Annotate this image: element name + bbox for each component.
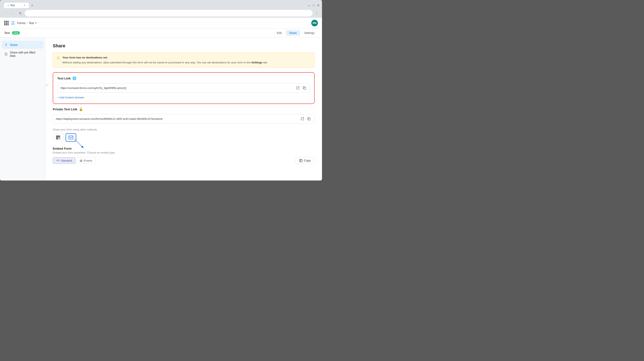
sidebar-item-prefilled-label: Share with pre-filled data — [10, 51, 41, 57]
embed-iframe-label: IFrame — [84, 159, 92, 162]
address-bar-row: ← → ↻ ⋮ — [0, 9, 322, 18]
live-badge: Live — [12, 31, 20, 34]
embed-tab-iframe[interactable]: ▤ IFrame — [76, 157, 96, 164]
browser-window: ≡ Test ✕ + — □ ✕ ← → ↻ ⋮ — [0, 0, 322, 180]
private-link-label: Private Test Link — [53, 107, 77, 111]
maximize-button[interactable]: □ — [313, 4, 314, 7]
apps-icon[interactable] — [4, 21, 9, 25]
embed-title: Embed Form — [53, 147, 314, 150]
tab-bar: ≡ Test ✕ + — [4, 3, 306, 8]
main-layout: ⇧ Share ☷ Share with pre-filled data Sha… — [0, 37, 322, 180]
form-title-area: Test Live — [4, 31, 20, 34]
svg-rect-4 — [57, 136, 58, 137]
browser-menu-button[interactable]: ⋮ — [314, 10, 320, 16]
minimize-button[interactable]: — — [308, 4, 310, 7]
page-content: Share ⚠ Your form has no destinations se… — [45, 37, 322, 180]
tab-settings[interactable]: Settings — [301, 30, 318, 36]
address-bar[interactable] — [25, 10, 312, 16]
test-link-label: Test Link — [57, 76, 71, 80]
breadcrumb: Forms / Test ▼ — [17, 21, 37, 25]
svg-rect-1 — [304, 87, 306, 89]
form-title: Test — [4, 31, 10, 34]
reload-button[interactable]: ↻ — [17, 10, 23, 16]
svg-rect-15 — [69, 136, 73, 139]
private-link-url: https://deployment.unmand.com/forms/6f08… — [56, 117, 298, 120]
chevron-down-icon: ▼ — [34, 22, 37, 24]
lock-icon: 🔒 — [79, 107, 83, 111]
sidebar-item-share[interactable]: ⇧ Share — [2, 41, 44, 49]
browser-tab[interactable]: ≡ Test ✕ — [4, 3, 29, 8]
warning-box: ⚠ Your form has no destinations set With… — [53, 52, 314, 68]
test-link-copy-button[interactable] — [302, 85, 307, 90]
svg-rect-6 — [59, 136, 60, 137]
breadcrumb-separator: / — [27, 21, 28, 25]
embed-tabs-row: </> Standard ▤ IFrame — [53, 157, 314, 164]
breadcrumb-forms[interactable]: Forms — [17, 21, 26, 25]
globe-icon: 🌐 — [72, 76, 76, 80]
svg-rect-17 — [300, 160, 302, 162]
close-button[interactable]: ✕ — [317, 4, 320, 7]
warning-title: Your form has no destinations set — [62, 55, 268, 60]
test-link-open-button[interactable] — [296, 85, 300, 90]
private-link-copy-button[interactable] — [306, 116, 312, 121]
warning-body: Without setting any destinations, data s… — [62, 61, 251, 64]
svg-rect-2 — [308, 118, 310, 120]
tab-share[interactable]: Share — [286, 30, 300, 36]
add-custom-domain-text: + Add Custom Domain — [57, 96, 84, 99]
sidebar: ⇧ Share ☷ Share with pre-filled data — [0, 37, 45, 180]
browser-chrome: ≡ Test ✕ + — □ ✕ — [0, 0, 322, 9]
test-link-url-row: https://unmand-forms.com/xylmTa_3gdzR8l5… — [57, 83, 310, 93]
table-icon: ☷ — [4, 52, 8, 56]
private-link-url-row: https://deployment.unmand.com/forms/6f08… — [53, 114, 314, 123]
warning-icon: ⚠ — [57, 55, 60, 60]
tab-title: Test — [10, 4, 15, 7]
embed-description: Embed your form anywhere. Choose an embe… — [53, 151, 314, 154]
sub-header: Test Live Edit Share Settings — [0, 28, 322, 37]
breadcrumb-test-dropdown[interactable]: Test ▼ — [29, 21, 37, 25]
other-methods-label: Share your form using other methods — [53, 128, 314, 131]
page-title: Share — [53, 43, 314, 48]
private-link-section: Private Test Link 🔒 https://deployment.u… — [53, 107, 314, 123]
copy-icon — [299, 159, 303, 162]
warning-text: Your form has no destinations set Withou… — [62, 55, 268, 65]
app-content: ☰ Forms / Test ▼ BB Test Live Edit — [0, 18, 322, 180]
private-link-open-button[interactable] — [300, 116, 305, 121]
copy-button[interactable]: Copy — [296, 157, 314, 164]
embed-tab-standard[interactable]: </> Standard — [53, 157, 76, 164]
test-link-title: Test Link 🌐 — [57, 76, 310, 80]
share-icon: ⇧ — [4, 43, 8, 47]
code-icon: </> — [56, 159, 60, 162]
other-share-methods: Share your form using other methods — [53, 128, 314, 142]
test-link-url: https://unmand-forms.com/xylmTa_3gdzR8l5… — [60, 86, 294, 89]
tab-edit[interactable]: Edit — [274, 30, 285, 36]
email-button[interactable] — [66, 133, 76, 142]
svg-rect-8 — [57, 138, 58, 139]
sidebar-item-prefilled[interactable]: ☷ Share with pre-filled data — [2, 49, 44, 59]
methods-buttons — [53, 133, 314, 142]
new-tab-button[interactable]: + — [30, 3, 34, 8]
copy-button-label: Copy — [304, 159, 311, 162]
header-left: ☰ Forms / Test ▼ — [4, 20, 37, 25]
svg-line-16 — [75, 139, 83, 148]
tab-navigation: Edit Share Settings — [274, 30, 318, 36]
settings-link[interactable]: Settings — [252, 61, 262, 64]
window-controls: — □ ✕ — [308, 4, 320, 7]
embed-standard-label: Standard — [61, 159, 72, 162]
sidebar-item-share-label: Share — [10, 43, 18, 46]
back-button[interactable]: ← — [2, 10, 8, 16]
app-logo-icon: ☰ — [11, 20, 15, 25]
qr-code-button[interactable] — [53, 133, 64, 142]
svg-line-0 — [45, 84, 48, 89]
add-custom-domain-link[interactable]: + Add Custom Domain — [57, 95, 310, 100]
red-arrow-annotation — [45, 82, 51, 91]
avatar[interactable]: BB — [311, 20, 318, 26]
app-header: ☰ Forms / Test ▼ BB — [0, 18, 322, 28]
embed-section: Embed Form Embed your form anywhere. Cho… — [53, 147, 314, 164]
qr-icon — [56, 135, 60, 140]
email-icon — [68, 136, 73, 139]
forward-button[interactable]: → — [10, 10, 16, 16]
test-link-wrapper: Test Link 🌐 https://unmand-forms.com/xyl… — [53, 72, 314, 104]
test-link-section: Test Link 🌐 https://unmand-forms.com/xyl… — [53, 72, 314, 104]
breadcrumb-test-label: Test — [29, 21, 34, 25]
warning-suffix: tab. — [263, 61, 268, 64]
